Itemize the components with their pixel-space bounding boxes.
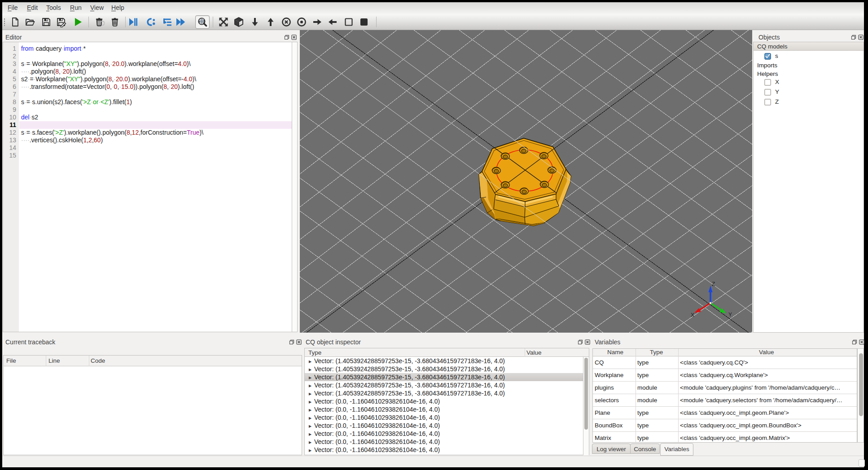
svg-text:Z: Z <box>712 281 715 287</box>
svg-text:X: X <box>691 312 694 318</box>
svg-text:Y: Y <box>728 312 732 318</box>
